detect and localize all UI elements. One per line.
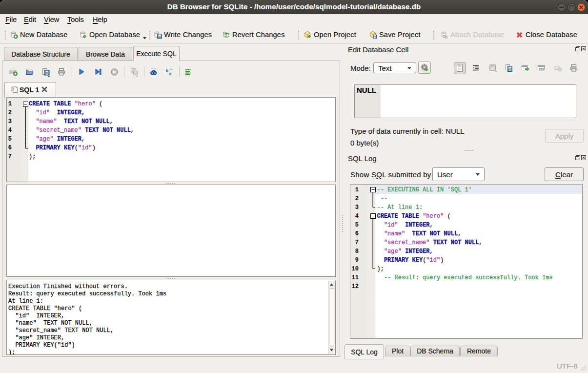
svg-text:b: b bbox=[166, 68, 168, 73]
svg-text:a: a bbox=[169, 70, 172, 76]
